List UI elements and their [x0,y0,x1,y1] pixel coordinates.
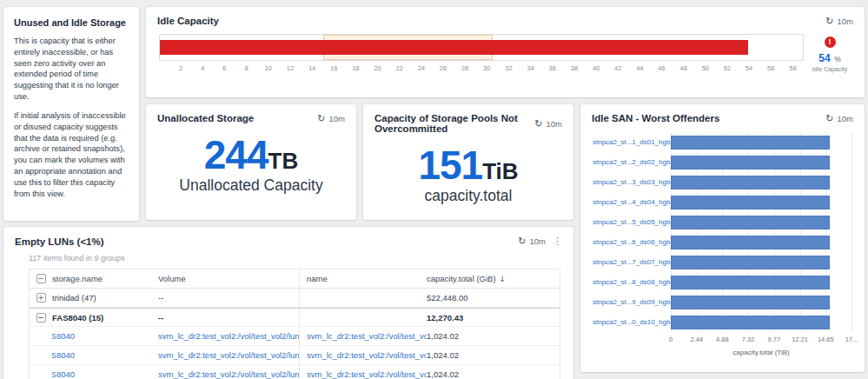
volume-cell: -- [158,289,299,307]
bar-category-label[interactable]: stnpca2_st...9_ds09_hgb [593,298,671,306]
bar[interactable] [671,196,830,209]
bar-category-label[interactable]: stnpca2_st...5_ds05_hgb [593,218,671,226]
x-axis-tick: 4.88 [716,336,729,343]
kebab-menu-icon[interactable]: ⋮ [553,236,562,247]
bar-category-label[interactable]: stnpca2_st...0_ds10_hgb [593,318,671,326]
refresh-control[interactable]: ↻ 10m [534,119,562,129]
volume-link[interactable]: svm_lc_dr2:test_vol2:/vol/test_vol2/lun0… [158,350,299,360]
chart-x-axis-label: capacity.total (TiB) [671,349,851,356]
bar[interactable] [671,316,830,329]
column-header-capacity[interactable]: capacity.total (GiB) ↓ [427,269,560,288]
chart-x-axis: 02.444.887.329.7712.2114.6517... [671,336,851,345]
kpi-unit: TiB [482,158,518,184]
table-lun-row: FAS8040 svm_lc_dr2:test_vol2:/vol/test_v… [30,365,560,379]
lun-name-link[interactable]: svm_lc_dr2:test_vol2:/vol/test_vol2/lun0… [307,369,427,379]
items-summary: 117 items found in 9 groups [3,247,573,263]
table-group-row: + trinidad (47) -- 522,448.00 [30,289,560,308]
refresh-interval: 10m [547,119,562,129]
readout-value: 54 [818,52,830,64]
storage-link[interactable]: FAS8040 [52,350,75,360]
bar[interactable] [671,256,830,269]
capacity-cell: 1,024.02 [427,365,560,379]
column-header-storage-name[interactable]: storage.name [52,269,158,288]
gauge-axis-tick: 20 [374,64,381,72]
kpi-value-block: 151TiB capacity.total [363,145,573,204]
volume-link[interactable]: svm_lc_dr2:test_vol2:/vol/test_vol2/lun0… [158,331,299,341]
column-header-volume[interactable]: Volume [158,269,299,288]
gauge-axis-tick: 24 [418,64,425,72]
bar[interactable] [671,176,830,190]
bar-chart: stnpca2_st...1_ds01_hgbstnpca2_st...2_ds… [593,132,851,332]
bar-row: stnpca2_st...3_ds03_hgb [593,172,851,192]
collapse-toggle-icon[interactable]: − [36,313,46,322]
gauge-axis-tick: 2 [179,64,182,72]
gauge-axis-tick: 28 [461,64,468,72]
alert-icon: ! [825,37,836,48]
capacity-cell: 1,024.02 [427,327,560,345]
table-header-row: − storage.name Volume name capacity.tota… [30,269,560,289]
gauge-axis-tick: 48 [679,64,686,72]
capacity-cell: 522,448.00 [427,289,560,307]
unallocated-storage-panel: Unallocated Storage ↻ 10m 244TB Unalloca… [146,104,356,220]
refresh-control[interactable]: ↻ 10m [825,17,853,26]
collapse-all-toggle-icon[interactable]: − [36,274,46,283]
bar-rows: stnpca2_st...1_ds01_hgbstnpca2_st...2_ds… [593,132,851,332]
bar-track [671,236,851,249]
bar-category-label[interactable]: stnpca2_st...4_ds04_hgb [593,198,671,206]
bar-row: stnpca2_st...0_ds10_hgb [593,312,851,332]
refresh-control[interactable]: ↻ 10m [825,114,853,123]
gauge-axis-tick: 40 [593,64,600,72]
bar-category-label[interactable]: stnpca2_st...8_ds08_hgb [593,278,671,286]
bar-track [671,156,851,170]
bar[interactable] [671,156,830,170]
bar-row: stnpca2_st...2_ds02_hgb [593,152,851,172]
table-lun-row: FAS8040 svm_lc_dr2:test_vol2:/vol/test_v… [30,346,560,365]
panel-title: Empty LUNs (<1%) [15,236,104,247]
bar-category-label[interactable]: stnpca2_st...3_ds03_hgb [593,178,671,186]
lun-name-link[interactable]: svm_lc_dr2:test_vol2:/vol/test_vol2/lun0… [307,331,427,341]
refresh-control[interactable]: ↻ 10m [317,114,345,123]
refresh-interval: 10m [530,236,546,246]
gauge-axis-tick: 58 [789,64,796,72]
bar[interactable] [671,296,830,309]
bar-row: stnpca2_st...4_ds04_hgb [593,192,851,212]
bar-track [671,276,851,289]
bar-category-label[interactable]: stnpca2_st...2_ds02_hgb [593,158,671,166]
refresh-icon: ↻ [825,114,833,123]
expand-toggle-icon[interactable]: + [36,293,46,303]
bar-row: stnpca2_st...8_ds08_hgb [593,272,851,292]
refresh-control[interactable]: ↻ 10m [518,236,546,246]
capacity-cell: 12,270.43 [427,309,560,326]
storage-link[interactable]: FAS8040 [52,331,75,341]
gauge-axis-tick: 36 [549,64,556,72]
bar[interactable] [671,216,830,229]
bar-track [671,176,851,190]
bar[interactable] [671,276,830,289]
kpi-caption: Unallocated Capacity [146,178,356,194]
readout-unit: % [834,55,841,63]
storage-name-cell: FAS8040 (15) [52,309,158,326]
x-axis-tick: 2.44 [690,336,703,343]
gauge-axis-tick: 4 [201,64,204,72]
volume-link[interactable]: svm_lc_dr2:test_vol2:/vol/test_vol2/lun0… [158,369,299,379]
bar-category-label[interactable]: stnpca2_st...7_ds07_hgb [593,258,671,266]
gauge-axis-tick: 44 [636,64,643,72]
gridline [851,132,852,332]
bar[interactable] [671,236,830,249]
lun-name-link[interactable]: svm_lc_dr2:test_vol2:/vol/test_vol2/lun0… [307,350,427,360]
gauge-axis-tick: 18 [352,64,359,72]
gauge-track [159,34,804,61]
gauge-axis-tick: 38 [571,64,578,72]
panel-title: Idle Capacity [157,16,219,26]
bar[interactable] [671,136,830,150]
column-header-name[interactable]: name [299,269,427,288]
luns-table: − storage.name Volume name capacity.tota… [29,269,560,379]
gauge-axis-tick: 34 [527,64,533,72]
storage-link[interactable]: FAS8040 [52,369,75,379]
kpi-unit: TB [268,148,299,174]
refresh-icon: ↻ [534,119,542,129]
bar-track [671,256,851,269]
info-panel: Unused and Idle Storage This is capacity… [3,7,139,221]
bar-category-label[interactable]: stnpca2_st...1_ds01_hgb [593,138,671,146]
bar-category-label[interactable]: stnpca2_st...6_ds06_hgb [593,238,671,246]
